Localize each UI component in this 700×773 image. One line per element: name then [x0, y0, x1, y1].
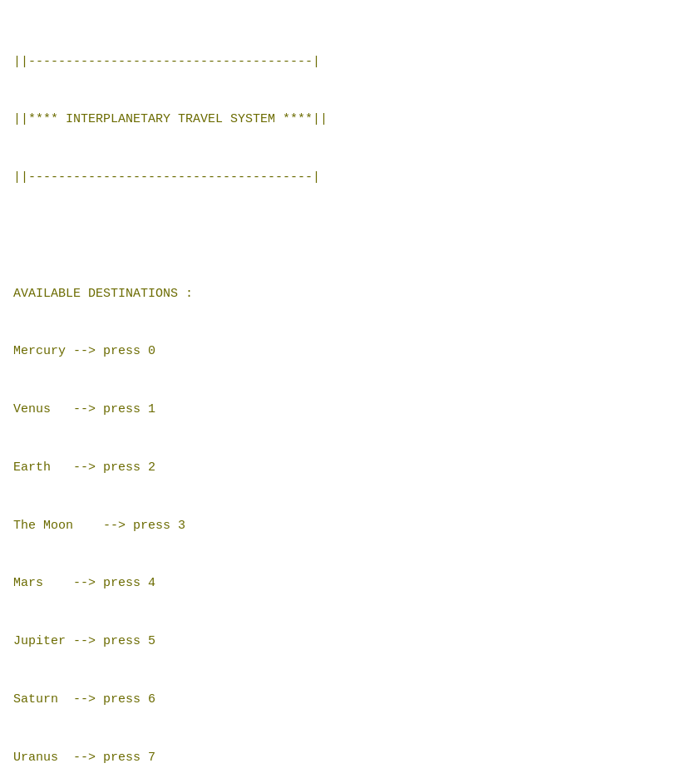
destination-mars: Mars --> press 4 [13, 574, 687, 593]
destination-earth: Earth --> press 2 [13, 458, 687, 477]
destination-saturn: Saturn --> press 6 [13, 690, 687, 709]
destination-uranus: Uranus --> press 7 [13, 748, 687, 767]
spacer-1 [13, 226, 687, 245]
title-line: ||**** INTERPLANETARY TRAVEL SYSTEM ****… [13, 110, 687, 129]
destination-venus: Venus --> press 1 [13, 400, 687, 419]
destination-mercury: Mercury --> press 0 [13, 342, 687, 361]
destination-moon: The Moon --> press 3 [13, 516, 687, 535]
destinations-header: AVAILABLE DESTINATIONS : [13, 284, 687, 303]
destination-jupiter: Jupiter --> press 5 [13, 632, 687, 651]
terminal-output: ||--------------------------------------… [13, 13, 687, 773]
border-bottom: ||--------------------------------------… [13, 168, 687, 187]
border-top: ||--------------------------------------… [13, 52, 687, 71]
